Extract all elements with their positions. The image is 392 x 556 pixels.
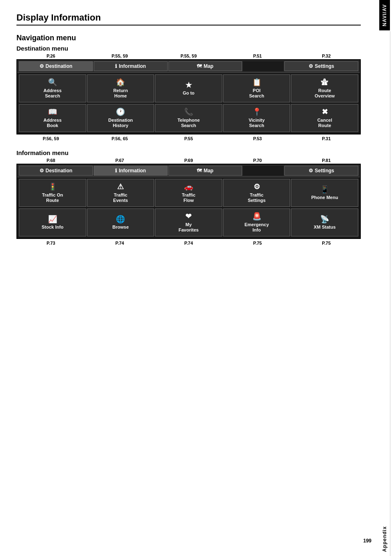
destination-history-icon: 🕐 <box>116 108 125 117</box>
stock-info-label: Stock Info <box>42 225 63 230</box>
navigation-menu-title: Navigation menu <box>16 34 361 42</box>
traffic-on-route-btn[interactable]: 🚦 Traffic OnRoute <box>19 179 86 207</box>
dest-top-pnum-1: P.26 <box>16 53 85 58</box>
traffic-flow-label: TrafficFlow <box>182 192 195 203</box>
phone-menu-btn[interactable]: 📱 Phone Menu <box>291 179 358 207</box>
phone-menu-label: Phone Menu <box>311 195 338 200</box>
dest-menubar-destination[interactable]: ⚙ Destination <box>19 61 93 71</box>
dest-menubar-map[interactable]: 🗺 Map <box>168 61 242 71</box>
info-menubar-map[interactable]: 🗺 Map <box>168 166 242 176</box>
info-menubar-dest-label: Destination <box>46 168 72 174</box>
info-bot-pnum-2: P.74 <box>85 241 154 246</box>
information-menu-title: Information menu <box>16 149 361 156</box>
address-book-label: AddressBook <box>44 118 62 128</box>
info-settings-icon: ⚙ <box>309 168 313 174</box>
xm-status-label: XM Status <box>314 225 336 230</box>
poi-search-btn[interactable]: 📋 POISearch <box>223 74 291 102</box>
dest-menubar-settings[interactable]: ⚙ Settings <box>284 61 358 71</box>
address-search-label: AddressSearch <box>44 88 62 99</box>
info-menubar-information[interactable]: ℹ Information <box>94 166 168 176</box>
emergency-info-btn[interactable]: 🚨 EmergencyInfo <box>223 208 291 236</box>
browse-btn[interactable]: 🌐 Browse <box>87 208 154 236</box>
telephone-search-icon: 📞 <box>184 108 193 117</box>
destination-menu-title: Destination menu <box>16 45 361 52</box>
vicinity-search-btn[interactable]: 📍 VicinitySearch <box>223 104 291 132</box>
traffic-flow-icon: 🚗 <box>184 183 193 192</box>
dest-top-pnum-3: P.55, 59 <box>154 53 223 58</box>
traffic-events-btn[interactable]: ⚠ TrafficEvents <box>87 179 154 207</box>
dest-menu-bar: ⚙ Destination ℹ Information 🗺 Map ⚙ Se <box>17 60 360 73</box>
xm-status-btn[interactable]: 📡 XM Status <box>291 208 358 236</box>
destination-history-label: DestinationHistory <box>108 118 133 128</box>
my-favorites-btn[interactable]: ❤ MyFavorites <box>155 208 222 236</box>
my-favorites-label: MyFavorites <box>179 222 199 233</box>
traffic-settings-label: TrafficSettings <box>248 192 265 203</box>
go-to-label: Go to <box>183 90 195 96</box>
address-search-btn[interactable]: 🔍 AddressSearch <box>19 74 86 102</box>
dest-bot-pnum-3: P.55 <box>154 136 223 141</box>
telephone-search-btn[interactable]: 📞 TelephoneSearch <box>155 104 222 132</box>
navi-av-tab: NAVI/AV <box>379 0 390 30</box>
information-menu-section: Information menu P.68 P.67 P.69 P.70 P.8… <box>16 149 361 246</box>
info-bot-pnum-4: P.75 <box>223 241 292 246</box>
xm-status-icon: 📡 <box>320 215 329 224</box>
vicinity-search-label: VicinitySearch <box>249 118 265 128</box>
address-search-icon: 🔍 <box>48 78 57 87</box>
info-map-icon: 🗺 <box>197 168 202 174</box>
address-book-icon: 📖 <box>48 108 57 117</box>
info-info-icon: ℹ <box>115 168 117 174</box>
dest-bot-pnum-2: P.56, 65 <box>85 136 154 141</box>
page-title: Display Information <box>16 12 361 25</box>
route-overview-btn[interactable]: 🛣 RouteOverview <box>291 74 358 102</box>
main-content: Display Information Navigation menu Dest… <box>0 0 377 266</box>
information-diagram: ⚙ Destination ℹ Information 🗺 Map ⚙ Se <box>16 164 361 239</box>
go-to-btn[interactable]: ★ Go to <box>155 74 222 102</box>
cancel-route-btn[interactable]: ✖ CancelRoute <box>291 104 358 132</box>
side-tabs: NAVI/AV Appendix <box>377 0 392 556</box>
my-favorites-icon: ❤ <box>185 212 191 221</box>
dest-grid-row2: 📖 AddressBook 🕐 DestinationHistory 📞 Tel… <box>17 104 360 134</box>
info-grid-row2: 📈 Stock Info 🌐 Browse ❤ MyFavorites 🚨 Em… <box>17 208 360 238</box>
destination-bottom-page-nums: P.56, 59 P.56, 65 P.55 P.53 P.31 <box>16 136 361 141</box>
dest-bot-pnum-1: P.56, 59 <box>16 136 85 141</box>
dest-top-pnum-5: P.32 <box>292 53 361 58</box>
poi-search-label: POISearch <box>249 88 264 99</box>
info-top-pnum-3: P.69 <box>154 158 223 163</box>
traffic-settings-icon: ⚙ <box>254 183 260 192</box>
dest-menubar-information[interactable]: ℹ Information <box>94 61 168 71</box>
info-bot-pnum-1: P.73 <box>16 241 85 246</box>
info-menu-bar: ⚙ Destination ℹ Information 🗺 Map ⚙ Se <box>17 164 360 177</box>
address-book-btn[interactable]: 📖 AddressBook <box>19 104 86 132</box>
info-menubar-settings[interactable]: ⚙ Settings <box>284 166 358 176</box>
page-number: 199 <box>363 538 371 544</box>
emergency-info-label: EmergencyInfo <box>244 222 269 233</box>
dest-grid-row1: 🔍 AddressSearch 🏠 ReturnHome ★ Go to 📋 P… <box>17 73 360 104</box>
info-icon: ℹ <box>115 63 117 69</box>
telephone-search-label: TelephoneSearch <box>178 118 200 128</box>
dest-bot-pnum-4: P.53 <box>223 136 292 141</box>
traffic-flow-btn[interactable]: 🚗 TrafficFlow <box>155 179 222 207</box>
settings-icon: ⚙ <box>309 63 313 69</box>
dest-icon: ⚙ <box>39 63 44 69</box>
dest-top-pnum-2: P.55, 59 <box>85 53 154 58</box>
return-home-btn[interactable]: 🏠 ReturnHome <box>87 74 154 102</box>
traffic-events-label: TrafficEvents <box>113 192 128 203</box>
route-overview-label: RouteOverview <box>315 88 335 99</box>
info-menubar-destination[interactable]: ⚙ Destination <box>19 166 93 176</box>
dest-menubar-settings-label: Settings <box>315 63 334 69</box>
traffic-on-route-label: Traffic OnRoute <box>42 192 63 203</box>
info-top-pnum-4: P.70 <box>223 158 292 163</box>
traffic-settings-btn[interactable]: ⚙ TrafficSettings <box>223 179 291 207</box>
browse-icon: 🌐 <box>116 215 125 224</box>
info-bot-pnum-3: P.74 <box>154 241 223 246</box>
route-overview-icon: 🛣 <box>321 78 328 87</box>
phone-menu-icon: 📱 <box>320 185 329 195</box>
stock-info-icon: 📈 <box>48 215 57 224</box>
destination-menu-section: Destination menu P.26 P.55, 59 P.55, 59 … <box>16 45 361 141</box>
destination-history-btn[interactable]: 🕐 DestinationHistory <box>87 104 154 132</box>
dest-menubar-info-label: Information <box>119 63 146 69</box>
stock-info-btn[interactable]: 📈 Stock Info <box>19 208 86 236</box>
vicinity-search-icon: 📍 <box>252 108 261 117</box>
navigation-menu-section: Navigation menu Destination menu P.26 P.… <box>16 34 361 246</box>
cancel-route-label: CancelRoute <box>317 118 332 128</box>
